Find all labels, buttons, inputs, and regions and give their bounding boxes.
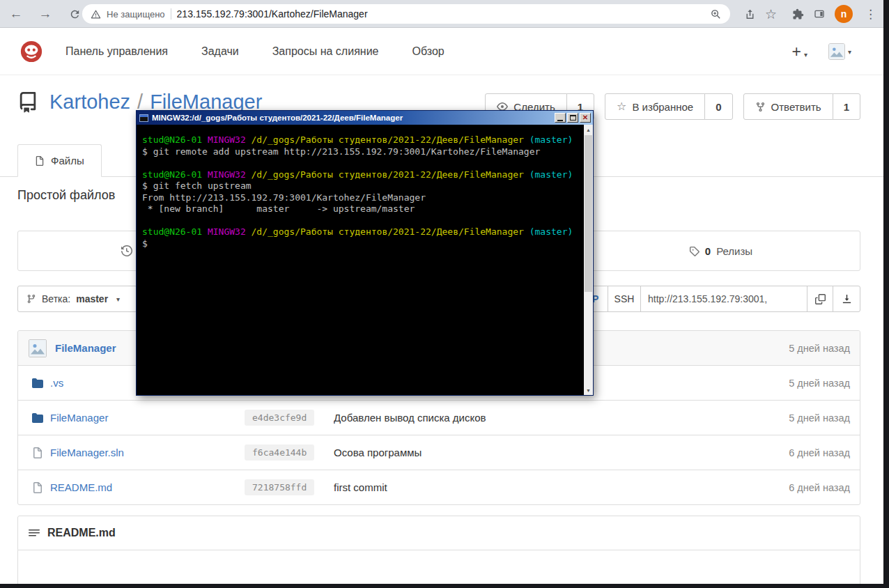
branch-selector[interactable]: Ветка: master ▾ <box>17 286 137 312</box>
user-avatar <box>828 43 845 60</box>
browser-profile-avatar[interactable]: n <box>835 5 853 23</box>
folder-icon <box>32 378 43 389</box>
table-row: README.md7218758ffdfirst commit6 дней на… <box>18 470 860 504</box>
fork-count[interactable]: 1 <box>833 93 860 120</box>
gogs-menu: Панель управления Задачи Запросы на слия… <box>65 45 445 58</box>
gogs-logo[interactable] <box>20 40 43 63</box>
star-label: В избранное <box>632 101 693 113</box>
commit-message[interactable]: first commit <box>334 481 728 493</box>
security-label: Не защищено <box>107 9 165 20</box>
repo-book-icon <box>17 92 38 113</box>
book-list-icon <box>29 527 40 539</box>
close-button[interactable]: ✕ <box>580 113 591 123</box>
scrollbar-thumb[interactable] <box>585 135 592 292</box>
folder-icon <box>32 412 43 424</box>
nav-buttons: ← → <box>7 0 84 28</box>
terminal-app-icon <box>139 114 148 122</box>
tab-files[interactable]: Файлы <box>17 144 102 177</box>
file-icon <box>35 156 45 166</box>
terminal-scrollbar[interactable]: ▲ ▼ <box>584 125 593 395</box>
create-new-button[interactable]: +▾ <box>792 42 807 61</box>
ssh-protocol-button[interactable]: SSH <box>608 286 641 312</box>
star-group: ☆ В избранное 0 <box>605 93 732 120</box>
commits-history-icon[interactable] <box>121 245 132 256</box>
last-modified: 5 дней назад <box>728 378 850 389</box>
extensions-puzzle-icon[interactable] <box>792 8 804 20</box>
back-button[interactable]: ← <box>7 5 25 23</box>
fork-label: Ответвить <box>771 101 821 113</box>
last-modified: 6 дней назад <box>728 447 850 458</box>
commit-hash-badge[interactable]: 7218758ffd <box>245 479 314 495</box>
repo-description: Простой файлов <box>17 188 115 203</box>
terminal-output[interactable]: stud@N26-01 MINGW32 /d/_gogs/Работы студ… <box>137 125 584 395</box>
minimize-button[interactable] <box>555 113 566 123</box>
window-controls: ✕ <box>555 113 591 123</box>
copy-url-button[interactable] <box>807 286 833 312</box>
url-text[interactable]: 213.155.192.79:3001/Kartohez/FileManager <box>177 8 704 20</box>
reload-button[interactable] <box>65 5 84 23</box>
committer-avatar <box>29 339 47 357</box>
download-icon <box>842 294 852 304</box>
file-name-link[interactable]: .vs <box>50 377 63 389</box>
star-icon: ☆ <box>617 101 626 112</box>
readme-title: README.md <box>47 527 116 539</box>
bookmark-star-icon[interactable]: ☆ <box>765 8 777 21</box>
not-secure-warning-icon <box>91 9 101 20</box>
browser-toolbar: ← → Не защищено 213.155.192.79:3001/Kart… <box>0 0 883 28</box>
terminal-line: stud@N26-01 MINGW32 /d/_gogs/Работы студ… <box>142 169 584 181</box>
browser-window: ← → Не защищено 213.155.192.79:3001/Kart… <box>0 0 883 584</box>
latest-commit-author[interactable]: FileManager <box>55 342 116 354</box>
file-name-link[interactable]: FileManager.sln <box>50 447 124 458</box>
repo-owner-link[interactable]: Kartohez <box>49 91 130 114</box>
share-icon[interactable] <box>744 8 756 20</box>
file-icon <box>32 447 43 458</box>
terminal-line: $ git remote add upstream http://213.155… <box>142 146 584 158</box>
zoom-icon[interactable] <box>710 8 722 20</box>
star-count[interactable]: 0 <box>704 93 732 120</box>
commit-hash-badge[interactable]: e4de3cfe9d <box>245 410 314 426</box>
gogs-navbar: Панель управления Задачи Запросы на слия… <box>0 29 883 75</box>
nav-pull-requests[interactable]: Запросы на слияние <box>272 45 379 58</box>
star-button[interactable]: ☆ В избранное <box>605 93 705 120</box>
plus-icon: + <box>792 42 801 61</box>
nav-dashboard[interactable]: Панель управления <box>65 45 168 58</box>
chevron-down-icon: ▾ <box>804 51 807 59</box>
branch-name: master <box>76 293 108 304</box>
terminal-line: stud@N26-01 MINGW32 /d/_gogs/Работы студ… <box>142 134 584 146</box>
maximize-button[interactable] <box>567 113 578 123</box>
clipboard-icon <box>815 294 826 304</box>
scroll-down-arrow[interactable]: ▼ <box>584 385 593 395</box>
nav-issues[interactable]: Задачи <box>201 45 239 58</box>
readme-body <box>17 550 860 584</box>
omnibox-divider <box>171 8 171 20</box>
releases-stat[interactable]: 0 Релизы <box>580 231 861 270</box>
file-name-link[interactable]: FileManager <box>50 412 108 424</box>
commit-hash-badge[interactable]: f6ca4e144b <box>245 444 314 461</box>
download-button[interactable] <box>833 286 860 312</box>
terminal-line: $ <box>142 238 584 250</box>
table-row: FileManager.slnf6ca4e144bОсова программы… <box>18 435 860 470</box>
maximize-icon <box>570 115 576 121</box>
chevron-down-icon: ▾ <box>848 48 851 56</box>
browser-menu-icon[interactable]: ⋮ <box>862 7 879 22</box>
side-panel-icon[interactable] <box>813 8 826 20</box>
reload-icon <box>69 8 81 20</box>
file-name-link[interactable]: README.md <box>50 481 112 493</box>
address-bar[interactable]: Не защищено 213.155.192.79:3001/Kartohez… <box>82 4 730 24</box>
nav-explore[interactable]: Обзор <box>412 45 444 58</box>
user-menu[interactable]: ▾ <box>828 43 851 60</box>
last-modified: 5 дней назад <box>728 412 850 424</box>
commit-message[interactable]: Добавлен вывод списка дисков <box>334 412 728 424</box>
close-icon: ✕ <box>582 114 588 121</box>
commit-message[interactable]: Осова программы <box>334 447 728 458</box>
terminal-window: MINGW32:/d/_gogs/Работы студентов/2021-2… <box>136 110 594 396</box>
terminal-titlebar[interactable]: MINGW32:/d/_gogs/Работы студентов/2021-2… <box>137 111 593 125</box>
terminal-line: From http://213.155.192.79:3001/Kartohez… <box>142 192 584 204</box>
clone-url-input[interactable] <box>640 286 807 312</box>
clone-url-group: HTTP SSH <box>564 286 860 312</box>
branch-label: Ветка: <box>42 293 70 304</box>
scroll-up-arrow[interactable]: ▲ <box>584 125 593 134</box>
forward-button[interactable]: → <box>36 5 54 23</box>
fork-button[interactable]: Ответвить <box>743 93 833 120</box>
readme-header: README.md <box>17 516 860 550</box>
